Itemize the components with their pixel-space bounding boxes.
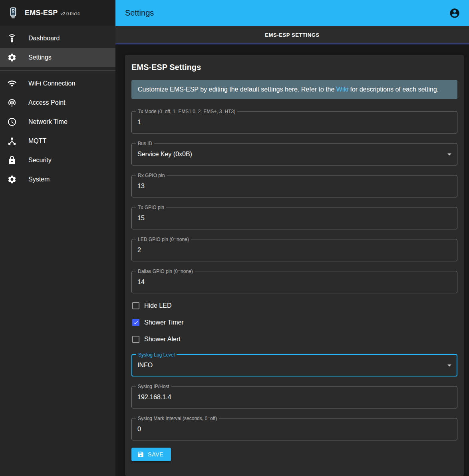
app-version: v2.0.0b14 — [60, 11, 79, 16]
checkbox-row-shower-timer[interactable]: Shower Timer — [131, 314, 457, 331]
save-icon — [137, 451, 144, 458]
checkbox-row-shower-alert[interactable]: Shower Alert — [131, 331, 457, 348]
app-logo-icon — [6, 6, 20, 20]
content-area: EMS-ESP Settings Customize EMS-ESP by ed… — [115, 44, 469, 476]
card-title: EMS-ESP Settings — [131, 63, 457, 72]
device-hub-icon — [7, 136, 17, 146]
sidebar-item-access-point[interactable]: Access Point — [0, 93, 115, 112]
chevron-down-icon — [447, 153, 451, 155]
field-label: Tx Mode (0=off, 1=EMS1.0, 2=EMS+, 3=HT3) — [136, 109, 237, 114]
page-title: Settings — [125, 8, 154, 18]
sidebar-item-network-time[interactable]: Network Time — [0, 112, 115, 131]
sidebar-item-label: Dashboard — [28, 35, 60, 42]
sidebar-item-security[interactable]: Security — [0, 151, 115, 170]
field-led-gpio: LED GPIO pin (0=none) — [131, 239, 457, 261]
sidebar-item-label: Settings — [28, 54, 52, 61]
bus-id-select[interactable]: Bus ID Service Key (0x0B) — [131, 143, 457, 165]
gear-icon — [7, 175, 17, 184]
tab-label: EMS-ESP SETTINGS — [265, 32, 320, 38]
info-text-after: for descriptions of each setting. — [348, 86, 439, 93]
sidebar-divider — [0, 70, 115, 71]
sidebar-item-mqtt[interactable]: MQTT — [0, 131, 115, 151]
account-icon[interactable] — [449, 8, 460, 19]
app-header: EMS-ESP v2.0.0b14 — [0, 0, 115, 26]
led-gpio-input[interactable] — [137, 247, 451, 254]
field-tx-mode: Tx Mode (0=off, 1=EMS1.0, 2=EMS+, 3=HT3) — [131, 111, 457, 133]
sidebar: EMS-ESP v2.0.0b14 Dashboard Settings — [0, 0, 115, 476]
shower-timer-checkbox[interactable] — [132, 319, 139, 326]
appbar: Settings — [115, 0, 469, 26]
field-label: Rx GPIO pin — [136, 173, 167, 178]
field-rx-gpio: Rx GPIO pin — [131, 175, 457, 197]
syslog-ip-input[interactable] — [137, 394, 451, 401]
checkbox-row-hide-led[interactable]: Hide LED — [131, 297, 457, 314]
info-text-before: Customize EMS-ESP by editing the default… — [138, 86, 336, 93]
syslog-log-level-value: INFO — [137, 362, 444, 369]
sidebar-item-label: Access Point — [28, 99, 65, 106]
sidebar-item-label: WiFi Connection — [28, 80, 75, 87]
bus-id-value: Service Key (0x0B) — [137, 151, 444, 158]
checkbox-label: Shower Alert — [144, 336, 181, 343]
syslog-log-level-select[interactable]: Syslog Log Level INFO — [131, 354, 457, 376]
field-syslog-mark-interval: Syslog Mark Interval (seconds, 0=off) — [131, 418, 457, 440]
field-label: Tx GPIO pin — [136, 205, 166, 210]
wifi-tethering-icon — [7, 98, 17, 108]
hide-led-checkbox[interactable] — [132, 302, 139, 309]
field-tx-gpio: Tx GPIO pin — [131, 207, 457, 229]
sidebar-item-label: Network Time — [28, 118, 68, 125]
field-label: Bus ID — [136, 141, 154, 146]
tab-bar: EMS-ESP SETTINGS — [115, 26, 469, 44]
field-syslog-ip: Syslog IP/Host — [131, 386, 457, 408]
syslog-mark-interval-input[interactable] — [137, 426, 451, 433]
settings-card: EMS-ESP Settings Customize EMS-ESP by ed… — [125, 55, 464, 476]
wiki-link[interactable]: Wiki — [336, 86, 348, 93]
tx-mode-input[interactable] — [137, 119, 451, 126]
wifi-icon — [7, 79, 17, 88]
sidebar-item-system[interactable]: System — [0, 170, 115, 189]
sidebar-item-settings[interactable]: Settings — [0, 48, 115, 67]
save-button-label: SAVE — [148, 451, 164, 458]
field-dallas-gpio: Dallas GPIO pin (0=none) — [131, 271, 457, 293]
lock-icon — [7, 155, 17, 165]
field-label: Syslog Mark Interval (seconds, 0=off) — [136, 416, 219, 421]
dallas-gpio-input[interactable] — [137, 279, 451, 286]
sidebar-item-label: Security — [28, 157, 52, 164]
rx-gpio-input[interactable] — [137, 183, 451, 190]
field-label: LED GPIO pin (0=none) — [136, 237, 191, 242]
tab-ems-esp-settings[interactable]: EMS-ESP SETTINGS — [115, 26, 469, 44]
sidebar-item-dashboard[interactable]: Dashboard — [0, 29, 115, 48]
sidebar-nav: Dashboard Settings WiFi Connection Acces… — [0, 26, 115, 189]
checkbox-section: Hide LED Shower Timer Shower Alert — [131, 297, 457, 348]
info-banner: Customize EMS-ESP by editing the default… — [131, 80, 457, 99]
checkbox-label: Hide LED — [144, 302, 171, 309]
field-label: Dallas GPIO pin (0=none) — [136, 269, 195, 274]
field-label: Syslog Log Level — [136, 352, 177, 358]
sidebar-item-label: MQTT — [28, 137, 46, 145]
chevron-down-icon — [447, 364, 451, 366]
save-button[interactable]: SAVE — [131, 448, 171, 461]
field-label: Syslog IP/Host — [136, 384, 171, 389]
tx-gpio-input[interactable] — [137, 215, 451, 222]
remote-icon — [7, 34, 17, 43]
clock-icon — [7, 117, 17, 127]
sidebar-item-wifi-connection[interactable]: WiFi Connection — [0, 74, 115, 93]
checkbox-label: Shower Timer — [144, 319, 184, 326]
app-name: EMS-ESP — [25, 9, 58, 17]
sidebar-item-label: System — [28, 176, 50, 183]
gear-icon — [7, 53, 17, 62]
shower-alert-checkbox[interactable] — [132, 336, 139, 343]
